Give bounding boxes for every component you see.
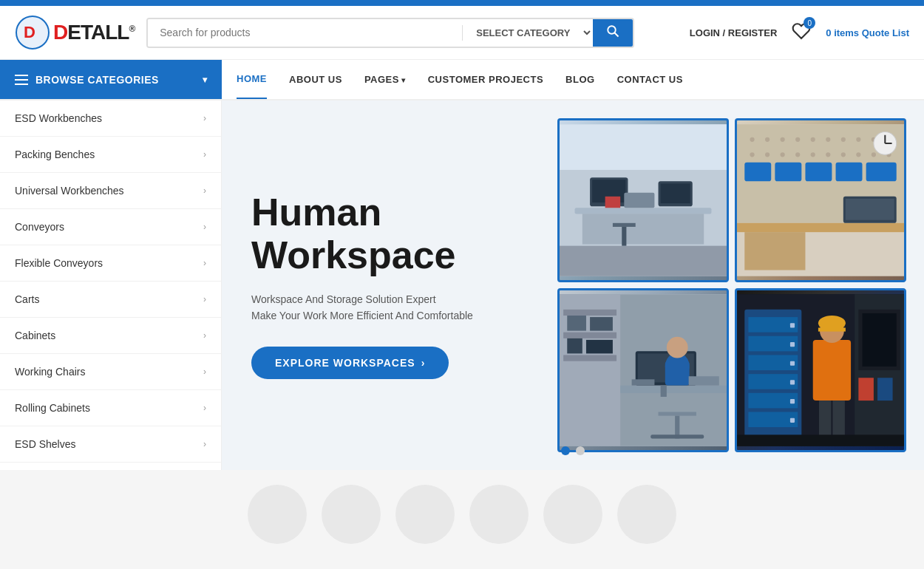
svg-rect-17 <box>622 227 626 246</box>
sidebar-item-rolling-cabinets[interactable]: Rolling Cabinets › <box>0 390 221 426</box>
sidebar-label: Carts <box>15 293 39 305</box>
svg-point-27 <box>856 137 860 142</box>
bottom-circles-section <box>0 470 924 559</box>
svg-rect-7 <box>560 246 727 276</box>
svg-rect-55 <box>563 310 616 316</box>
svg-rect-73 <box>689 376 719 385</box>
svg-point-25 <box>826 137 830 142</box>
svg-text:D: D <box>24 23 35 41</box>
svg-point-38 <box>872 152 876 157</box>
svg-rect-86 <box>790 380 795 384</box>
wishlist-icon[interactable]: 0 <box>792 21 811 44</box>
category-select[interactable]: SELECT CATEGORY <box>463 19 593 47</box>
explore-workspaces-button[interactable]: EXPLORE WORKSPACES › <box>251 347 449 379</box>
sidebar-label: ESD Workbenches <box>15 112 102 124</box>
svg-rect-13 <box>661 183 690 203</box>
svg-point-22 <box>781 137 785 142</box>
chevron-right-icon: › <box>203 403 206 413</box>
hero-image-grid <box>554 115 909 455</box>
svg-point-23 <box>795 137 800 142</box>
svg-rect-88 <box>790 418 795 423</box>
svg-rect-93 <box>819 401 831 438</box>
svg-rect-48 <box>846 199 894 220</box>
svg-point-67 <box>667 337 688 358</box>
sidebar-item-cabinets[interactable]: Cabinets › <box>0 318 221 354</box>
nav-about[interactable]: ABOUT US <box>289 61 342 98</box>
logo-text: DETALL® <box>53 21 135 44</box>
login-register-link[interactable]: LOGIN / REGISTER <box>690 27 777 38</box>
svg-point-34 <box>811 152 815 157</box>
svg-rect-41 <box>775 163 801 182</box>
sidebar-item-universal-workbenches[interactable]: Universal Workbenches › <box>0 173 221 209</box>
svg-rect-65 <box>661 386 667 397</box>
chevron-right-icon: › <box>203 113 206 123</box>
sidebar-label: ESD Shelves <box>15 438 75 450</box>
svg-rect-9 <box>582 214 704 244</box>
svg-rect-16 <box>613 223 636 227</box>
nav-contact[interactable]: CONTACT US <box>617 61 683 98</box>
browse-categories-chevron: ▾ <box>203 75 208 85</box>
svg-rect-99 <box>877 378 893 401</box>
svg-rect-8 <box>575 208 712 214</box>
bottom-circle-5 <box>543 485 602 544</box>
slider-dot-1[interactable] <box>561 446 570 455</box>
sidebar-item-working-chairs[interactable]: Working Chairs › <box>0 354 221 390</box>
sidebar-label: Working Chairs <box>15 366 85 378</box>
sidebar-item-carts[interactable]: Carts › <box>0 282 221 318</box>
sidebar-item-conveyors[interactable]: Conveyors › <box>0 209 221 245</box>
svg-rect-14 <box>624 193 654 208</box>
hero-image-person <box>557 288 729 452</box>
svg-rect-15 <box>605 197 621 208</box>
chevron-right-icon: › <box>203 185 206 196</box>
chevron-right-icon: › <box>203 439 206 449</box>
bottom-circle-4 <box>469 485 529 544</box>
hero-subtitle: Workspace And Storage Solution Expert Ma… <box>251 291 473 324</box>
slider-dots <box>561 446 585 455</box>
search-input[interactable] <box>148 19 462 47</box>
sidebar-label: Packing Benches <box>15 149 95 160</box>
svg-line-4 <box>614 33 618 36</box>
nav-home[interactable]: HOME <box>237 60 267 99</box>
logo[interactable]: D DETALL® <box>15 15 135 50</box>
svg-rect-40 <box>744 163 771 182</box>
nav-pages[interactable]: PAGES <box>364 61 406 98</box>
svg-rect-83 <box>790 323 795 327</box>
svg-rect-6 <box>560 124 727 170</box>
slider-dot-2[interactable] <box>576 446 585 455</box>
bottom-circle-6 <box>617 485 676 544</box>
quote-list-link[interactable]: 0 items Quote List <box>826 27 909 38</box>
search-button[interactable] <box>593 19 633 47</box>
arrow-right-icon: › <box>421 357 426 369</box>
search-bar: SELECT CATEGORY <box>146 18 634 48</box>
svg-rect-92 <box>818 327 846 331</box>
sidebar-item-esd-shelves[interactable]: ESD Shelves › <box>0 426 221 463</box>
nav-customer-projects[interactable]: CUSTOMER PROJECTS <box>428 61 543 98</box>
svg-point-36 <box>841 152 846 157</box>
chevron-right-icon: › <box>203 258 206 268</box>
svg-rect-43 <box>836 163 863 182</box>
bottom-circle-3 <box>395 485 455 544</box>
sidebar-label: Cabinets <box>15 330 55 341</box>
svg-rect-98 <box>858 378 874 401</box>
svg-rect-87 <box>790 399 795 403</box>
svg-point-31 <box>765 152 770 157</box>
svg-rect-84 <box>790 342 795 347</box>
svg-rect-71 <box>650 435 704 438</box>
main-content: ESD Workbenches › Packing Benches › Univ… <box>0 100 924 470</box>
svg-rect-57 <box>563 355 616 361</box>
svg-rect-68 <box>665 361 690 386</box>
sidebar-item-esd-workbenches[interactable]: ESD Workbenches › <box>0 100 221 137</box>
svg-rect-44 <box>866 163 897 182</box>
bottom-circle-1 <box>248 485 307 544</box>
sidebar-item-packing-benches[interactable]: Packing Benches › <box>0 137 221 173</box>
hero-image-workbench <box>557 118 729 282</box>
browse-categories-button[interactable]: BROWSE CATEGORIES ▾ <box>0 60 222 99</box>
svg-rect-85 <box>790 361 795 366</box>
sidebar-item-flexible-conveyors[interactable]: Flexible Conveyors › <box>0 245 221 282</box>
hero-title: Human Workspace <box>251 191 473 276</box>
sidebar: ESD Workbenches › Packing Benches › Univ… <box>0 100 222 470</box>
hamburger-icon <box>15 75 28 85</box>
svg-rect-94 <box>832 401 844 438</box>
nav-blog[interactable]: BLOG <box>565 61 595 98</box>
svg-point-21 <box>765 137 770 142</box>
